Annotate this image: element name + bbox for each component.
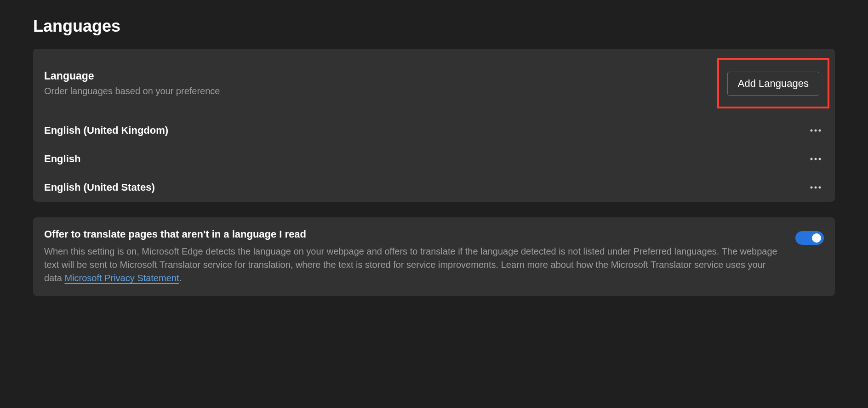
translate-text-block: Offer to translate pages that aren't in …	[44, 228, 784, 285]
more-options-icon[interactable]	[807, 155, 824, 163]
svg-point-3	[811, 158, 813, 160]
language-row: English	[33, 145, 835, 173]
language-name: English (United Kingdom)	[44, 125, 168, 136]
language-row: English (United Kingdom)	[33, 116, 835, 145]
more-options-icon[interactable]	[807, 126, 824, 135]
languages-card-header: Language Order languages based on your p…	[33, 49, 835, 116]
more-options-icon[interactable]	[807, 183, 824, 192]
language-section-title: Language	[44, 70, 717, 82]
svg-point-0	[811, 130, 813, 132]
page-title: Languages	[33, 17, 835, 36]
languages-header-text: Language Order languages based on your p…	[44, 70, 717, 96]
add-languages-button[interactable]: Add Languages	[727, 72, 819, 96]
translate-desc-suffix: .	[179, 273, 182, 283]
translate-title: Offer to translate pages that aren't in …	[44, 228, 784, 240]
svg-point-6	[811, 187, 813, 189]
svg-point-7	[815, 187, 817, 189]
language-row: English (United States)	[33, 173, 835, 202]
translate-toggle[interactable]	[795, 231, 824, 245]
svg-point-2	[819, 130, 821, 132]
svg-point-8	[819, 187, 821, 189]
language-name: English (United States)	[44, 181, 155, 193]
translate-description: When this setting is on, Microsoft Edge …	[44, 245, 784, 285]
language-name: English	[44, 153, 80, 165]
svg-point-5	[819, 158, 821, 160]
toggle-knob	[812, 233, 821, 243]
privacy-statement-link[interactable]: Microsoft Privacy Statement	[64, 273, 179, 283]
svg-point-1	[815, 130, 817, 132]
svg-point-4	[815, 158, 817, 160]
translate-card: Offer to translate pages that aren't in …	[33, 217, 835, 296]
add-languages-highlight: Add Languages	[717, 58, 829, 108]
language-section-subtitle: Order languages based on your preference	[44, 86, 717, 96]
languages-card: Language Order languages based on your p…	[33, 49, 835, 202]
